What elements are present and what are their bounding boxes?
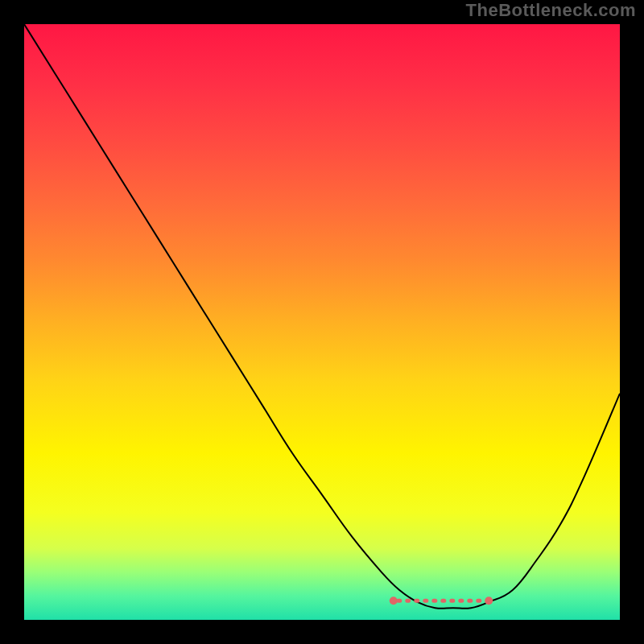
- chart-svg: [24, 24, 620, 620]
- watermark: TheBottleneck.com: [466, 0, 636, 21]
- svg-point-1: [485, 597, 493, 605]
- chart-container: TheBottleneck.com: [0, 0, 644, 644]
- plot-area: [24, 24, 620, 620]
- gradient-background: [24, 24, 620, 620]
